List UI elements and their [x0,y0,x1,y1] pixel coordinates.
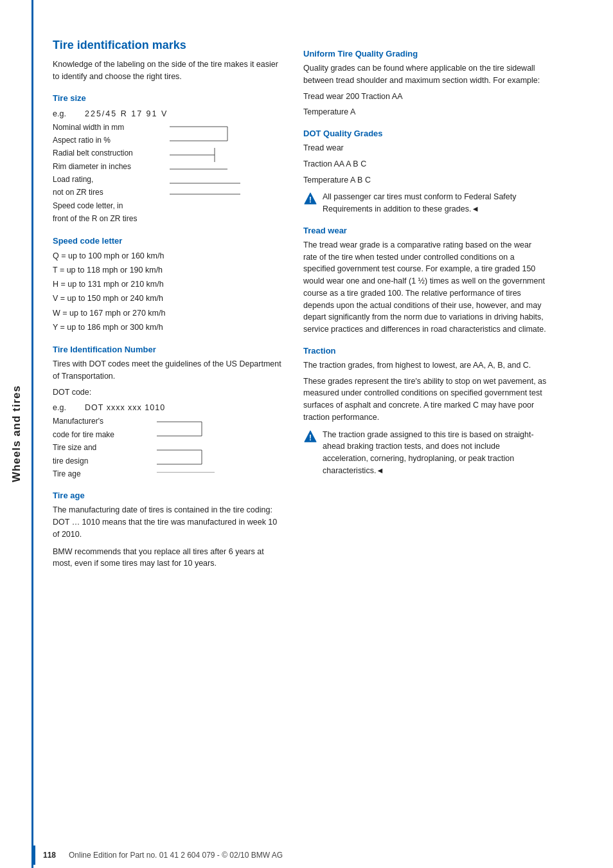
tire-label-2: Radial belt construction [53,147,168,159]
traction-warning-box: ! The traction grade assigned to this ti… [303,429,547,477]
dot-quality-warning-text: All passenger car tires must conform to … [323,191,547,215]
footer-page-number: 118 [43,851,56,860]
traction-subtitle: Traction [303,346,547,356]
tire-label-6: Speed code letter, in [53,199,168,212]
tire-bracket-svg [170,120,247,203]
sidebar: Wheels and tires [0,0,33,868]
tire-label-1: Aspect ratio in % [53,134,168,147]
dot-quality-warning-box: ! All passenger car tires must conform t… [303,191,547,215]
dot-bracket-svg [157,415,221,473]
uniform-grading-subtitle: Uniform Tire Quality Grading [303,49,547,59]
tire-size-subtitle: Tire size [53,93,284,103]
dot-label-prefix: DOT code: [53,386,284,399]
speed-item-4: W = up to 167 mph or 270 km/h [53,307,284,320]
uniform-grading-desc: Quality grades can be found where applic… [303,62,547,87]
dot-label-2: Tire size and [53,441,155,454]
warning-icon-2: ! [303,429,317,444]
uniform-grading-example1: Tread wear 200 Traction AA [303,91,547,103]
sidebar-border [31,0,33,868]
speed-code-subtitle: Speed code letter [53,236,284,246]
tire-age-subtitle: Tire age [53,491,284,500]
dot-label-3: tire design [53,455,155,467]
dot-label-col: Manufacturer's code for tire make Tire s… [53,415,155,480]
tire-label-0: Nominal width in mm​ [53,121,168,134]
tire-label-3: Rim diameter in inches [53,160,168,173]
traction-warning-text: The traction grade assigned to this tire… [323,429,547,477]
dot-quality-line1: Tread wear [303,142,547,154]
dot-eg-label: e.g. [53,403,85,412]
tire-label-4: Load rating, [53,173,168,186]
intro-text: Knowledge of the labeling on the side of… [53,59,284,83]
dot-label-1: code for tire make [53,428,155,441]
warning-triangle-1: ! [303,192,317,206]
dot-quality-subtitle: DOT Quality Grades [303,129,547,138]
tire-age-section: The manufacturing date of tires is conta… [53,504,284,570]
speed-item-3: V = up to 150 mph or 240 km/h [53,292,284,305]
svg-text:!: ! [309,433,312,442]
page-title: Tire identification marks [53,39,284,52]
tire-id-desc1: Tires with DOT codes meet the guidelines… [53,358,284,383]
uniform-grading-example2: Temperature A [303,106,547,118]
tire-eg-label: e.g. [53,109,85,118]
speed-item-5: Y = up to 186 mph or 300 km/h [53,321,284,334]
footer-line [33,845,35,865]
tread-wear-desc: The tread wear grade is a comparative ra… [303,239,547,336]
dot-eg-value: DOT xxxx xxx 1010 [85,403,165,412]
dot-quality-line2: Traction AA A B C [303,158,547,170]
dot-label-0: Manufacturer's [53,415,155,428]
tire-eg-value: 225/45 R 17 91 V [85,109,168,118]
speed-item-0: Q = up to 100 mph or 160 km/h [53,249,284,263]
speed-item-1: T = up to 118 mph or 190 km/h [53,264,284,277]
dot-quality-line3: Temperature A B C [303,174,547,186]
speed-item-2: H = up to 131 mph or 210 km/h [53,278,284,291]
speed-list: Q = up to 100 mph or 160 km/h T = up to … [53,249,284,335]
tire-bracket [170,120,247,203]
tire-size-diagram: e.g. 225/45 R 17 91 V Nominal width in m… [53,109,284,226]
tire-id-subtitle: Tire Identification Number [53,345,284,354]
content-area: Tire identification marks Knowledge of t… [33,0,613,868]
dot-label-4: Tire age [53,467,155,480]
tire-age-para2: BMW recommends that you replace all tire… [53,546,284,570]
tire-diagram-body: Nominal width in mm​ Aspect ratio in % R… [53,121,284,226]
warning-triangle-2: ! [303,429,317,444]
dot-diagram-body: Manufacturer's code for tire make Tire s… [53,415,284,480]
tire-label-7: front of the R on ZR tires [53,212,168,225]
dot-diagram: e.g. DOT xxxx xxx 1010 Manufacturer's co… [53,403,284,480]
footer: 118 Online Edition for Part no. 01 41 2 … [0,842,613,868]
right-column: Uniform Tire Quality Grading Quality gra… [303,39,547,849]
dot-eg-line: e.g. DOT xxxx xxx 1010 [53,403,284,412]
footer-text: Online Edition for Part no. 01 41 2 604 … [69,851,283,860]
traction-para2: These grades represent the tire's abilit… [303,375,547,424]
tire-age-para1: The manufacturing date of tires is conta… [53,504,284,540]
warning-icon-1: ! [303,192,317,206]
tire-label-col: Nominal width in mm​ Aspect ratio in % R… [53,121,168,226]
tread-wear-subtitle: Tread wear [303,226,547,235]
page-container: Wheels and tires Tire identification mar… [0,0,613,868]
traction-para1: The traction grades, from highest to low… [303,359,547,372]
dot-bracket [157,415,221,473]
tire-label-5: not on ZR tires [53,186,168,199]
tire-eg-line: e.g. 225/45 R 17 91 V [53,109,284,118]
left-column: Tire identification marks Knowledge of t… [53,39,284,849]
sidebar-label: Wheels and tires [10,385,23,482]
svg-text:!: ! [309,195,312,204]
